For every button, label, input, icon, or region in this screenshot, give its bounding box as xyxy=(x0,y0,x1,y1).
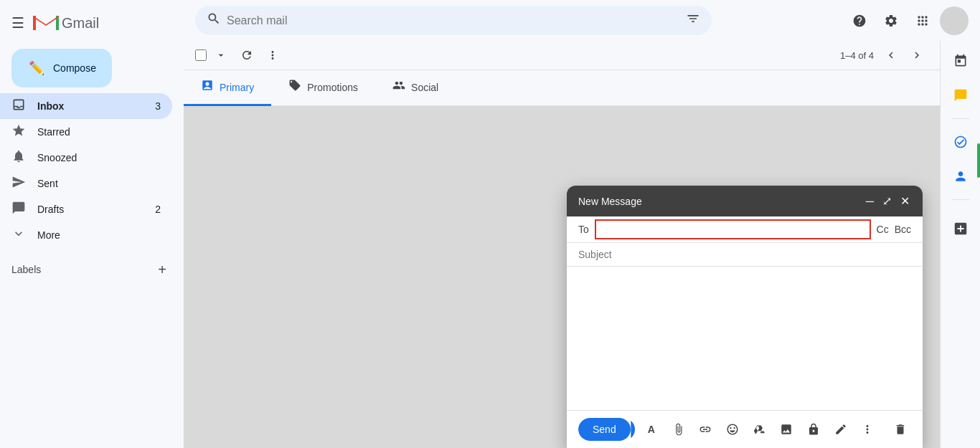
compose-button[interactable]: ✏️ Compose xyxy=(11,49,112,87)
compose-cc-label[interactable]: Cc xyxy=(877,224,889,235)
sent-icon xyxy=(11,175,26,193)
tab-primary[interactable]: Primary xyxy=(184,70,271,106)
social-tab-label: Social xyxy=(411,82,438,93)
settings-button[interactable] xyxy=(877,6,905,35)
more-options-button[interactable] xyxy=(261,44,284,67)
hamburger-button[interactable]: ☰ xyxy=(6,9,30,37)
compose-close-button[interactable]: ✕ xyxy=(899,193,911,209)
tab-social[interactable]: Social xyxy=(375,70,456,106)
compose-footer: Send ▾ A xyxy=(567,410,923,448)
sent-label: Sent xyxy=(37,178,161,189)
select-all-checkbox[interactable] xyxy=(195,49,207,61)
compose-header: New Message ─ ⤢ ✕ xyxy=(567,186,923,216)
compose-body[interactable] xyxy=(567,267,923,410)
promotions-tab-label: Promotions xyxy=(307,82,358,93)
user-avatar[interactable] xyxy=(940,6,969,35)
right-panel-divider xyxy=(952,118,969,119)
drafts-label: Drafts xyxy=(37,204,143,215)
email-toolbar: 1–4 of 4 xyxy=(184,41,940,70)
compose-title: New Message xyxy=(578,196,642,207)
compose-icon: ✏️ xyxy=(29,60,44,76)
compose-subject-row xyxy=(567,243,923,267)
more-chevron-icon xyxy=(11,227,26,244)
sidebar: ☰ Gmail ✏️ Compose Inbox 3 xyxy=(0,0,184,448)
more-options-compose-button[interactable] xyxy=(857,416,879,442)
sidebar-item-starred[interactable]: Starred xyxy=(0,119,172,145)
next-page-button[interactable] xyxy=(905,44,928,67)
format-button[interactable]: A xyxy=(641,416,662,442)
drive-button[interactable] xyxy=(749,416,771,442)
send-button[interactable]: Send xyxy=(578,418,631,441)
social-tab-icon xyxy=(392,79,405,95)
compose-subject-input[interactable] xyxy=(578,249,911,260)
inbox-icon xyxy=(11,97,26,115)
topbar xyxy=(184,0,980,41)
search-icon xyxy=(207,11,221,29)
send-dropdown-button[interactable]: ▾ xyxy=(631,418,635,441)
inbox-badge: 3 xyxy=(155,100,161,112)
compose-window: New Message ─ ⤢ ✕ To Cc Bcc Send ▾ A xyxy=(567,186,923,448)
compose-cc-bcc: Cc Bcc xyxy=(877,224,911,235)
apps-button[interactable] xyxy=(908,6,937,35)
toolbar-left xyxy=(195,44,837,67)
compose-bcc-label[interactable]: Bcc xyxy=(895,224,911,235)
snoozed-icon xyxy=(11,149,26,167)
drafts-icon xyxy=(11,201,26,219)
labels-section: Labels + xyxy=(0,248,184,282)
more-label: More xyxy=(37,229,161,241)
signature-button[interactable] xyxy=(830,416,852,442)
drafts-badge: 2 xyxy=(155,204,161,215)
prev-page-button[interactable] xyxy=(880,44,903,67)
link-button[interactable] xyxy=(694,416,716,442)
calendar-panel-icon[interactable] xyxy=(946,47,975,75)
gmail-text: Gmail xyxy=(62,15,99,32)
star-icon xyxy=(11,123,26,141)
delete-compose-button[interactable] xyxy=(890,416,911,442)
format-icon: A xyxy=(648,424,655,435)
sidebar-item-inbox[interactable]: Inbox 3 xyxy=(0,93,172,119)
search-input[interactable] xyxy=(227,14,680,27)
sidebar-item-snoozed[interactable]: Snoozed xyxy=(0,145,172,171)
labels-add-button[interactable]: + xyxy=(152,259,172,280)
inbox-label: Inbox xyxy=(37,100,143,112)
compose-label: Compose xyxy=(53,62,96,74)
primary-tab-label: Primary xyxy=(220,82,254,93)
compose-header-icons: ─ ⤢ ✕ xyxy=(864,193,911,209)
compose-expand-button[interactable]: ⤢ xyxy=(881,193,893,209)
labels-title: Labels xyxy=(11,264,41,275)
help-button[interactable] xyxy=(845,6,874,35)
emoji-button[interactable] xyxy=(722,416,743,442)
compose-to-label: To xyxy=(578,224,589,235)
tasks-panel-icon[interactable] xyxy=(946,128,975,156)
right-panel xyxy=(940,41,980,448)
snoozed-label: Snoozed xyxy=(37,152,161,163)
sidebar-nav: Inbox 3 Starred Snoozed Sent Drafts xyxy=(0,93,184,248)
email-count: 1–4 of 4 xyxy=(840,50,874,61)
promotions-tab-icon xyxy=(288,79,301,95)
attach-button[interactable] xyxy=(668,416,689,442)
right-panel-divider-2 xyxy=(952,199,969,200)
contacts-panel-icon[interactable] xyxy=(946,162,975,191)
select-dropdown-button[interactable] xyxy=(209,44,232,67)
compose-to-row: To Cc Bcc xyxy=(567,216,923,243)
sidebar-item-drafts[interactable]: Drafts 2 xyxy=(0,196,172,222)
green-accent-bar xyxy=(977,143,980,178)
gmail-m-icon xyxy=(33,13,59,33)
sidebar-item-more[interactable]: More xyxy=(0,222,172,248)
add-panel-button[interactable] xyxy=(946,214,975,243)
compose-minimize-button[interactable]: ─ xyxy=(864,193,875,209)
refresh-button[interactable] xyxy=(235,44,258,67)
primary-tab-icon xyxy=(201,79,214,95)
chat-panel-icon[interactable] xyxy=(946,81,975,110)
toolbar-right: 1–4 of 4 xyxy=(840,44,928,67)
search-filter-button[interactable] xyxy=(686,11,700,29)
compose-to-input[interactable] xyxy=(595,219,871,239)
tab-promotions[interactable]: Promotions xyxy=(271,70,375,106)
hamburger-icon: ☰ xyxy=(11,15,24,31)
image-button[interactable] xyxy=(776,416,797,442)
sidebar-item-sent[interactable]: Sent xyxy=(0,171,172,196)
tabs: Primary Promotions Social xyxy=(184,70,940,106)
search-bar xyxy=(195,6,712,35)
send-button-group: Send ▾ xyxy=(578,418,635,441)
lock-button[interactable] xyxy=(803,416,824,442)
